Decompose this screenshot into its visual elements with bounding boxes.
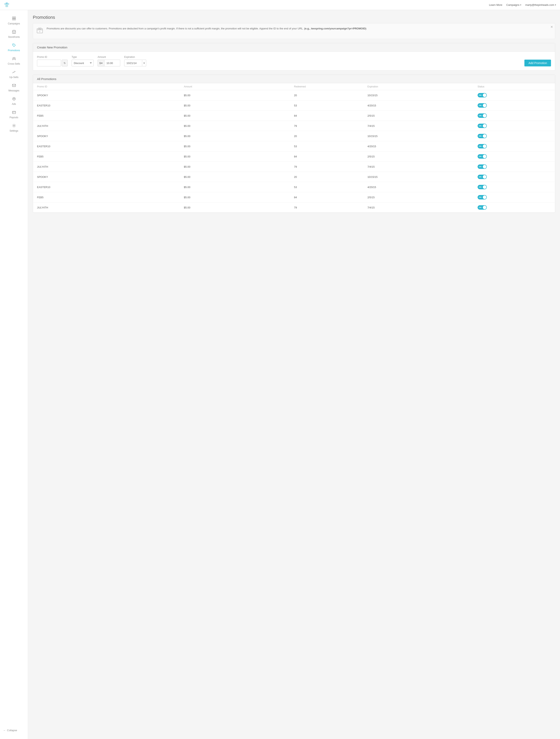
toggle-status[interactable]: ON <box>478 93 487 98</box>
cell-promo-id: JULY4TH <box>37 124 184 127</box>
table-row: SPOOKY $5.00 20 10/15/15 ON <box>33 172 555 182</box>
sidebar-item-up-sells[interactable]: Up-Sells <box>0 67 28 81</box>
close-icon[interactable]: ✕ <box>550 25 553 29</box>
expiration-dropdown-icon[interactable]: ▾ <box>142 59 146 66</box>
table-row: EASTER10 $5.00 53 4/20/15 ON <box>33 141 555 151</box>
cell-expiration: 7/4/15 <box>367 124 478 127</box>
add-promotion-button[interactable]: Add Promotion <box>524 59 551 66</box>
cell-redeemed: 20 <box>294 94 367 97</box>
toggle-status[interactable]: ON <box>478 195 487 199</box>
info-banner-text: Promotions are discounts you can offer t… <box>47 27 366 31</box>
sidebar-label-payouts: Payouts <box>10 116 18 119</box>
type-label: Type <box>71 55 94 58</box>
svg-point-10 <box>13 113 13 113</box>
info-banner: Promotions are discounts you can offer t… <box>33 23 555 39</box>
cell-redeemed: 84 <box>294 155 367 158</box>
table-row: JULY4TH $5.00 79 7/4/15 ON <box>33 202 555 212</box>
toggle-status[interactable]: ON <box>478 124 487 128</box>
toggle-status[interactable]: ON <box>478 205 487 210</box>
info-banner-icon <box>36 27 43 36</box>
collapse-arrow-icon: ← <box>3 729 6 732</box>
create-form-card: Create New Promotion Promo ID ↻ Type Dis… <box>33 43 555 70</box>
cell-redeemed: 53 <box>294 186 367 189</box>
sidebar-label-ads: Ads <box>12 103 16 106</box>
campaigns-menu[interactable]: Campaigns ▾ <box>506 3 521 6</box>
page-title: Promotions <box>33 15 555 20</box>
promo-id-label: Promo ID <box>37 55 67 58</box>
create-form-row: Promo ID ↻ Type Discount Percent Amount <box>33 51 555 70</box>
cell-expiration: 4/20/15 <box>367 104 478 107</box>
top-nav-right: Learn More Campaigns ▾ marty@thepinheads… <box>489 3 556 6</box>
campaigns-label: Campaigns <box>506 3 520 6</box>
col-header-status: Status <box>478 85 551 88</box>
toggle-status[interactable]: ON <box>478 103 487 108</box>
svg-rect-5 <box>13 32 15 33</box>
cell-expiration: 2/5/15 <box>367 155 478 158</box>
svg-rect-9 <box>12 111 16 114</box>
sidebar-item-promotions[interactable]: Promotions <box>0 41 28 54</box>
sidebar-item-payouts[interactable]: Payouts <box>0 108 28 121</box>
learn-more-link[interactable]: Learn More <box>489 3 502 6</box>
cell-redeemed: 53 <box>294 104 367 107</box>
cell-promo-id: FEB5 <box>37 196 184 199</box>
table-row: FEB5 $5.00 84 2/5/15 ON <box>33 192 555 202</box>
cell-amount: $5.00 <box>184 114 294 117</box>
toggle-status[interactable]: ON <box>478 144 487 148</box>
amount-input-group: $ ▾ <box>98 59 120 66</box>
table-row: EASTER10 $5.00 53 4/20/15 ON <box>33 182 555 192</box>
toggle-status[interactable]: ON <box>478 134 487 138</box>
sidebar-item-campaigns[interactable]: Campaigns <box>0 14 28 27</box>
svg-point-11 <box>13 125 14 126</box>
storefronts-icon <box>12 30 16 35</box>
logo-icon: 👕 <box>4 2 9 8</box>
toggle-status[interactable]: ON <box>478 185 487 189</box>
amount-label: Amount <box>98 55 120 58</box>
sidebar-item-ads[interactable]: Ads <box>0 95 28 108</box>
sidebar-item-cross-sells[interactable]: Cross-Sells <box>0 54 28 67</box>
toggle-status[interactable]: ON <box>478 164 487 169</box>
cell-redeemed: 20 <box>294 135 367 138</box>
cell-amount: $5.00 <box>184 165 294 168</box>
collapse-button[interactable]: ← Collapse <box>0 726 28 735</box>
table-row: EASTER10 $5.00 53 4/20/15 ON <box>33 101 555 111</box>
cell-promo-id: FEB5 <box>37 114 184 117</box>
promo-id-input[interactable] <box>37 59 61 66</box>
top-nav: 👕 Learn More Campaigns ▾ marty@thepinhea… <box>0 0 560 10</box>
campaigns-icon <box>12 16 16 21</box>
cell-redeemed: 79 <box>294 165 367 168</box>
cell-promo-id: EASTER10 <box>37 186 184 189</box>
type-select[interactable]: Discount Percent <box>71 59 94 66</box>
ads-icon <box>12 97 16 102</box>
cell-expiration: 4/20/15 <box>367 186 478 189</box>
col-header-redeemed: Redeemed <box>294 85 367 88</box>
sidebar-item-messages[interactable]: Messages <box>0 81 28 95</box>
cell-expiration: 10/15/15 <box>367 135 478 138</box>
col-header-expiration: Expiration <box>367 85 478 88</box>
type-group: Type Discount Percent <box>71 55 94 66</box>
toggle-status[interactable]: ON <box>478 154 487 159</box>
sidebar-item-settings[interactable]: Settings <box>0 121 28 135</box>
sidebar-label-promotions: Promotions <box>8 49 20 52</box>
sidebar-label-up-sells: Up-Sells <box>9 76 18 79</box>
sidebar-label-storefronts: Storefronts <box>8 36 20 38</box>
user-menu[interactable]: marty@thepinheads.com ▾ <box>525 3 556 6</box>
expiration-input-group: ▾ <box>124 59 146 66</box>
sidebar-label-cross-sells: Cross-Sells <box>8 62 20 65</box>
cell-redeemed: 84 <box>294 196 367 199</box>
sidebar-item-storefronts[interactable]: Storefronts <box>0 27 28 41</box>
info-text-main: Promotions are discounts you can offer t… <box>47 27 304 30</box>
toggle-status[interactable]: ON <box>478 114 487 118</box>
cell-expiration: 2/5/15 <box>367 196 478 199</box>
currency-dropdown-icon[interactable]: ▾ <box>101 61 103 64</box>
user-email: marty@thepinheads.com <box>525 3 554 6</box>
cell-expiration: 7/4/15 <box>367 206 478 209</box>
refresh-button[interactable]: ↻ <box>62 59 67 66</box>
svg-rect-0 <box>12 17 14 18</box>
cell-amount: $5.00 <box>184 186 294 189</box>
toggle-status[interactable]: ON <box>478 175 487 179</box>
expiration-input[interactable] <box>124 59 142 66</box>
table-row: JULY4TH $5.00 79 7/4/15 ON <box>33 162 555 172</box>
main-content: Promotions Promotions are discounts you … <box>28 10 560 739</box>
svg-point-8 <box>13 98 15 100</box>
amount-input[interactable] <box>104 59 120 66</box>
